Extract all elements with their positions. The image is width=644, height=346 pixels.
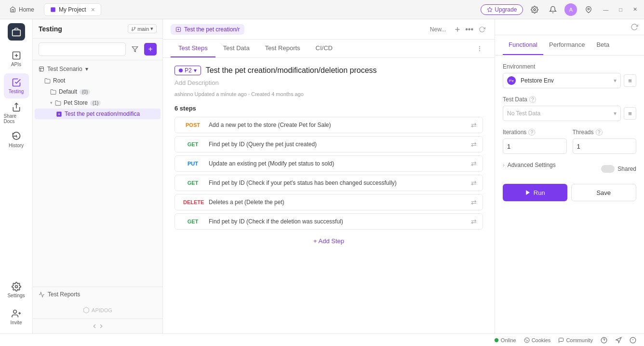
step-desc-5: Find pet by ID (Check if the deletion wa… xyxy=(209,218,471,225)
step-item-3[interactable]: GET Find pet by ID (Check if your pet's … xyxy=(174,175,483,191)
step-sync-icon-1: ⇄ xyxy=(471,140,477,148)
plus-icon[interactable] xyxy=(454,26,461,33)
cookies-item[interactable]: Cookies xyxy=(524,337,551,343)
sidebar-item-testing[interactable]: Testing xyxy=(4,73,29,98)
add-step-button[interactable]: + Add Step xyxy=(174,233,483,249)
step-item-4[interactable]: DELETE Deletes a pet (Delete the pet) ⇄ xyxy=(174,194,483,210)
run-button[interactable]: Run xyxy=(503,184,567,201)
step-item-1[interactable]: GET Find pet by ID (Query the pet just c… xyxy=(174,136,483,152)
tree-item-test-pet-label: Test the pet creation/modifica xyxy=(65,111,140,117)
more-menu-icon[interactable]: ••• xyxy=(465,25,473,34)
community-item[interactable]: Community xyxy=(558,337,593,343)
svg-point-12 xyxy=(134,27,135,28)
advanced-settings-label: Advanced Settings xyxy=(508,162,556,168)
iterations-help-icon[interactable]: ? xyxy=(528,129,535,136)
content-header: Test the pet creation/r New... ••• xyxy=(163,19,495,40)
search-input[interactable] xyxy=(39,42,126,56)
file-tab[interactable]: Test the pet creation/r xyxy=(171,24,244,35)
step-item-2[interactable]: PUT Update an existing pet (Modify pet s… xyxy=(174,155,483,172)
save-button[interactable]: Save xyxy=(571,184,637,201)
maximize-button[interactable]: □ xyxy=(616,6,625,14)
method-delete-4: DELETE xyxy=(181,198,205,206)
step-item-5[interactable]: GET Find pet by ID (Check if the deletio… xyxy=(174,213,483,230)
env-more-button[interactable]: ≡ xyxy=(624,74,636,87)
project-tab[interactable]: My Project × xyxy=(44,3,101,16)
refresh-right-icon[interactable] xyxy=(631,23,638,31)
tab-performance[interactable]: Performance xyxy=(543,35,590,55)
project-icon[interactable] xyxy=(8,23,25,41)
tab-test-steps[interactable]: Test Steps xyxy=(171,40,215,57)
nav-icon[interactable] xyxy=(615,337,622,344)
step-sync-icon-0: ⇄ xyxy=(471,121,477,129)
sidebar-label-apis: APIs xyxy=(11,62,21,67)
test-data-select[interactable]: No Test Data ▾ xyxy=(503,106,621,121)
branch-selector[interactable]: main ▾ xyxy=(128,24,157,33)
pin-icon[interactable] xyxy=(582,3,595,16)
step-item-0[interactable]: POST Add a new pet to the store (Create … xyxy=(174,117,483,133)
svg-marker-25 xyxy=(526,191,529,195)
file-tree: Test Scenario ▾ Root Default (0) ▾ Pet S… xyxy=(33,60,162,287)
close-tab-icon[interactable]: × xyxy=(91,6,95,14)
info-icon[interactable] xyxy=(630,337,636,344)
svg-marker-33 xyxy=(616,337,621,343)
tree-item-root-label: Root xyxy=(53,77,65,84)
threads-help-icon[interactable]: ? xyxy=(596,129,603,136)
sidebar-item-apis[interactable]: APIs xyxy=(4,46,29,71)
sidebar-item-share-docs[interactable]: Share Docs xyxy=(4,100,29,125)
test-data-help-icon[interactable]: ? xyxy=(529,96,536,103)
priority-badge[interactable]: P2 ▾ xyxy=(174,66,201,75)
threads-input[interactable]: 1 xyxy=(573,138,637,154)
settings-icon[interactable] xyxy=(528,3,541,16)
environment-label: Environment xyxy=(503,63,636,70)
sidebar-item-history[interactable]: History xyxy=(4,127,29,152)
filter-button[interactable] xyxy=(129,43,141,55)
shared-toggle[interactable] xyxy=(601,165,615,173)
add-button[interactable]: + xyxy=(144,43,157,55)
test-data-more-button[interactable]: ≡ xyxy=(624,107,636,120)
test-reports-link[interactable]: Test Reports xyxy=(33,287,162,302)
priority-chevron-icon: ▾ xyxy=(194,67,197,74)
online-status[interactable]: Online xyxy=(494,337,516,343)
help-icon[interactable] xyxy=(601,337,607,344)
add-description[interactable]: Add Description xyxy=(174,79,483,86)
sidebar-label-settings: Settings xyxy=(7,293,25,298)
apidog-brand: ⬡ APIDOG xyxy=(33,302,162,318)
bell-icon[interactable] xyxy=(546,3,560,16)
upgrade-button[interactable]: Upgrade xyxy=(481,4,523,15)
close-button[interactable]: ✕ xyxy=(630,5,640,14)
home-tab[interactable]: Home xyxy=(4,4,40,15)
env-icon: Pe xyxy=(507,76,516,85)
panel-more-icon[interactable] xyxy=(476,45,487,52)
tab-functional[interactable]: Functional xyxy=(503,35,543,55)
collapse-button[interactable] xyxy=(33,318,162,333)
test-data-chevron-icon: ▾ xyxy=(614,110,617,117)
tree-item-pet-store[interactable]: ▾ Pet Store (1) xyxy=(35,97,161,108)
step-desc-3: Find pet by ID (Check if your pet's stat… xyxy=(209,180,471,186)
sidebar-item-settings[interactable]: Settings xyxy=(4,277,29,303)
priority-label: P2 xyxy=(185,67,192,74)
environment-select-row: Pe Petstore Env ▾ ≡ xyxy=(503,73,636,88)
meta-row: ashinno Updated a minute ago · Created 4… xyxy=(174,91,483,97)
tab-test-data[interactable]: Test Data xyxy=(215,40,257,57)
cookies-label: Cookies xyxy=(532,337,551,343)
advanced-settings-toggle[interactable]: › Advanced Settings xyxy=(503,162,556,168)
tree-section-header[interactable]: Test Scenario ▾ xyxy=(33,63,162,75)
add-step-label: + Add Step xyxy=(313,237,344,245)
minimize-button[interactable]: — xyxy=(600,6,611,14)
avatar[interactable]: A xyxy=(564,3,577,16)
refresh-icon[interactable] xyxy=(477,25,487,34)
tree-item-default[interactable]: Default (0) xyxy=(35,86,161,97)
tab-ci-cd[interactable]: CI/CD xyxy=(308,40,340,57)
iterations-input[interactable]: 1 xyxy=(503,138,567,154)
left-panel-header: Testing main ▾ xyxy=(33,19,162,39)
tab-beta[interactable]: Beta xyxy=(590,35,615,55)
tree-item-test-pet[interactable]: Test the pet creation/modifica xyxy=(35,109,161,119)
tree-item-root[interactable]: Root xyxy=(35,75,161,86)
save-label: Save xyxy=(596,189,611,196)
environment-select[interactable]: Pe Petstore Env ▾ xyxy=(503,73,621,88)
advanced-shared-row: › Advanced Settings Shared xyxy=(503,162,636,176)
sidebar-item-invite[interactable]: Invite xyxy=(4,304,29,330)
tab-test-reports[interactable]: Test Reports xyxy=(257,40,308,57)
new-button[interactable]: New... xyxy=(426,24,450,35)
svg-point-3 xyxy=(588,8,590,10)
